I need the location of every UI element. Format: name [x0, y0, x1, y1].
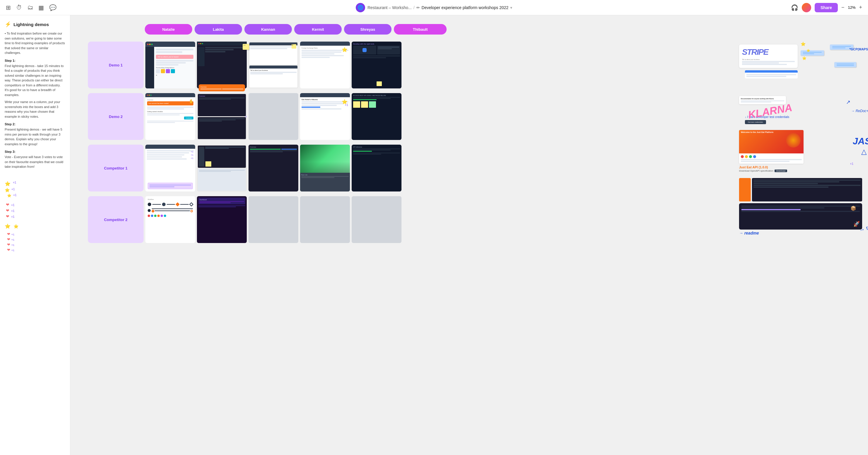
lakita-demo1-cell: Overview note — [197, 41, 247, 89]
lightning-icon: ⚡ — [5, 21, 11, 28]
user-avatar[interactable] — [802, 3, 811, 12]
sidebar-step1-instruction: Write your name on a column, put your sc… — [5, 100, 65, 119]
shreyas-demo1-cell: Develop with the right tools — [352, 41, 401, 89]
row-label-competitor1: Competitor 1 — [88, 144, 144, 192]
breadcrumb-icon: ✏ — [416, 5, 420, 10]
row-label-demo1: Demo 1 — [88, 41, 144, 89]
sidebar-title: ⚡ Lightning demos — [5, 21, 65, 28]
thibault-comp1-area: Welcome to the Just Eat Platform Just Ea… — [739, 130, 862, 172]
sidebar-step3-text: Vote - Everyone will have 3 votes to vot… — [5, 155, 65, 169]
shreyas-comp2-cell — [352, 196, 401, 243]
kermit-demo2-cell: Get Artist's Albums ⭐ +1 — [300, 93, 350, 140]
row-label-demo2: Demo 2 — [88, 93, 144, 140]
timer-icon[interactable]: ⏱ — [16, 4, 22, 11]
natalie-comp1-cell: +1 +1 +1 — [145, 144, 195, 192]
headphones-icon[interactable]: 🎧 — [791, 4, 798, 11]
sidebar-intro: • To find inspiration before we create o… — [5, 31, 65, 55]
col-header-natalie: Natalie — [145, 24, 192, 35]
natalie-demo2-cell: Overview Your account has been created G… — [145, 93, 195, 140]
kannan-demo2-cell — [248, 93, 298, 140]
share-button[interactable]: Share — [815, 3, 838, 12]
natalie-demo1-cell: Tell us where you're based Accounting In… — [145, 41, 195, 89]
kermit-comp1-cell: Base rate — [300, 144, 350, 192]
natalie-comp2-cell: Workflow — [145, 196, 195, 243]
breadcrumb-separator: / — [413, 5, 415, 10]
main-canvas: Natalie Lakita Kannan Kermit Shreyas Thi… — [70, 15, 868, 455]
topbar-center: 🌐 Restaurant – Worksho... / ✏ Developer … — [356, 3, 512, 12]
shreyas-demo2-cell: ACCESS REST API USING 3 METHODS BELOW — [352, 93, 401, 140]
breadcrumb-parent[interactable]: Restaurant – Worksho... — [368, 5, 412, 10]
col-header-kannan: Kannan — [244, 24, 292, 35]
sidebar-step2-text: Present lightning demos - we will have 5… — [5, 127, 65, 147]
sidebar-step1-label: Step 1: — [5, 59, 65, 62]
col-header-kermit: Kermit — [294, 24, 342, 35]
sidebar-step3-label: Step 3: — [5, 150, 65, 154]
briefcase-icon[interactable]: 🗂 — [27, 4, 33, 11]
topbar: ⊞ ⏱ 🗂 ▦ 💬 🌐 Restaurant – Worksho... / ✏ … — [0, 0, 868, 15]
column-headers: Natalie Lakita Kannan Kermit Shreyas Thi… — [88, 24, 856, 39]
stripe-card: STRIPE Tell us about your business — [739, 44, 798, 68]
chevron-down-icon[interactable]: ▾ — [510, 5, 512, 10]
col-header-lakita: Lakita — [194, 24, 242, 35]
thibault-demo1-area: STRIPE Tell us about your business *GCP(… — [739, 44, 862, 78]
kannan-comp2-cell — [248, 196, 298, 243]
lakita-comp2-cell: Dashboard — [197, 196, 247, 243]
sidebar-stickers: ⭐ +1 ⭐ +1 ⭐ +1 ❤ +1 ❤ +1 ❤ +1 ⭐ ⭐ ❤ +1 ❤… — [5, 175, 65, 252]
breadcrumb: Restaurant – Worksho... / ✏ Developer ex… — [368, 5, 512, 10]
lakita-comp1-cell — [197, 144, 247, 192]
kermit-demo1-cell: Foreign Exchange Rates ⭐ — [300, 41, 350, 89]
breadcrumb-current[interactable]: Developer experience platform workshops … — [422, 5, 509, 10]
chat-icon[interactable]: 💬 — [49, 4, 57, 11]
apps-icon[interactable]: ⊞ — [6, 4, 11, 11]
sidebar-step1-text: Find lightning demos - take 15 minutes t… — [5, 64, 65, 98]
thibault-comp2-area: 🚀 📦 → readme → readme — [739, 178, 862, 235]
sidebar-step2-label: Step 2: — [5, 122, 65, 126]
shreyas-comp1-cell: API reference — [352, 144, 401, 192]
topbar-right: 🎧 Share − 12% + — [791, 3, 862, 12]
miro-logo[interactable]: 🌐 — [356, 3, 365, 12]
kannan-demo1-cell: API Tell us about your business — [248, 41, 298, 89]
topbar-left: ⊞ ⏱ 🗂 ▦ 💬 — [6, 4, 57, 11]
kermit-comp2-cell — [300, 196, 350, 243]
zoom-level: 12% — [848, 5, 856, 10]
grid-icon[interactable]: ▦ — [38, 4, 44, 11]
col-header-thibault: Thibault — [394, 24, 446, 35]
thibault-demo2-area: Documentation for anyone working with Kl… — [739, 96, 862, 124]
row-label-competitor2: Competitor 2 — [88, 196, 144, 243]
sidebar-title-text: Lightning demos — [13, 22, 49, 27]
sidebar: ⚡ Lightning demos • To find inspiration … — [0, 15, 70, 455]
thibault-column: STRIPE Tell us about your business *GCP(… — [739, 44, 862, 235]
kannan-comp1-cell: Overview — [248, 144, 298, 192]
lakita-demo2-cell: Overview +1 — [197, 93, 247, 140]
zoom-out-button[interactable]: − — [841, 4, 844, 10]
zoom-in-button[interactable]: + — [859, 4, 862, 10]
col-header-shreyas: Shreyas — [344, 24, 392, 35]
